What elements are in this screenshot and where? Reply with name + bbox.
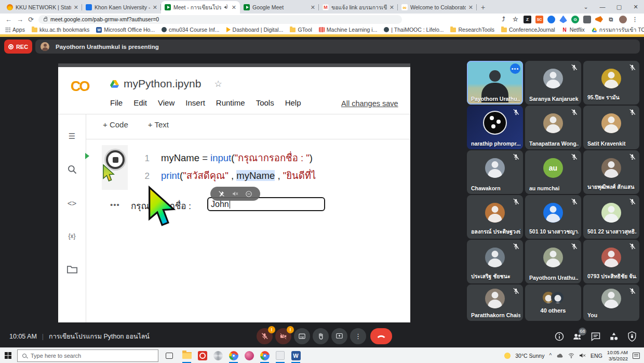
info-icon[interactable]	[554, 331, 565, 342]
participant-tile[interactable]: อลงกรณ์ ประดิษฐวงษ์	[467, 195, 523, 239]
extension-sc-icon[interactable]: SC	[535, 16, 543, 23]
tab-colab[interactable]: ∞ Welcome to Colaboratory - Colab ✕	[398, 1, 477, 14]
volume-muted-icon[interactable]	[579, 353, 586, 358]
bookmark-item[interactable]: kku.ac.th bookmarks	[32, 27, 89, 33]
chrome-icon[interactable]	[228, 350, 239, 361]
participant-tile[interactable]: ••• Payothorn Urathu...	[467, 61, 523, 105]
spiral-app-icon[interactable]	[212, 350, 223, 361]
participant-tile[interactable]: narathip phrompr...	[467, 106, 523, 149]
profile-avatar[interactable]	[619, 16, 627, 23]
chat-icon[interactable]	[591, 331, 601, 342]
people-button[interactable]: 68	[572, 331, 583, 342]
grammarly-icon[interactable]: G	[571, 16, 579, 23]
leave-call-button[interactable]	[370, 328, 392, 344]
bookmark-item[interactable]: Machine Learning i...	[319, 27, 377, 33]
tab-audio-icon[interactable]	[224, 5, 229, 10]
tab-gmail[interactable]: M ขอแจ้ง link อบรมการเขียนโปรแกรม P ✕	[319, 1, 398, 14]
close-icon[interactable]: ✕	[153, 4, 157, 11]
onedrive-icon[interactable]	[556, 353, 564, 358]
start-button[interactable]	[0, 348, 16, 363]
tab-kku-network[interactable]: KKU NETWORK | Status ✕	[3, 1, 82, 14]
taskbar-search-input[interactable]: Type here to search	[17, 349, 158, 362]
menu-help[interactable]: Help	[285, 98, 301, 107]
participant-tile[interactable]: 501 22 นางสาวสุทธิ...	[583, 195, 639, 239]
chrome-meeting-icon[interactable]	[259, 350, 270, 361]
task-view-button[interactable]	[166, 353, 173, 359]
back-button[interactable]: ←	[5, 16, 12, 23]
code-editor[interactable]: 1myName = input("กรุณากรอกชื่อ : ") 2pri…	[128, 145, 410, 190]
bookmark-item[interactable]: cmu034 Course Inf...	[162, 27, 219, 33]
participant-tile[interactable]: Chawakorn	[467, 150, 523, 194]
megaphone-extension-icon[interactable]	[595, 16, 603, 23]
bookmark-item[interactable]: NNetflix	[562, 27, 585, 33]
extension-diamond-icon[interactable]	[559, 16, 567, 23]
tile-menu-button[interactable]: •••	[510, 63, 520, 74]
reload-button[interactable]: ⟳	[28, 16, 34, 23]
extensions-puzzle-icon[interactable]: ⧉	[607, 16, 615, 23]
tab-calendar[interactable]: Khon Kaen University - Calenda ✕	[82, 1, 161, 14]
table-of-contents-icon[interactable]: ☰	[67, 131, 77, 141]
participant-tile[interactable]: Paratthakorn Chais...	[467, 284, 523, 321]
remove-from-view-icon[interactable]	[245, 190, 252, 198]
new-tab-button[interactable]: +	[477, 1, 489, 14]
bookmark-item[interactable]: ConferenceJournal	[501, 27, 555, 33]
participant-tile[interactable]: Payothorn Urathu...	[525, 240, 581, 283]
raise-hand-button[interactable]	[313, 328, 329, 344]
menu-tools[interactable]: Tools	[256, 98, 274, 107]
url-bar[interactable]: meet.google.com/pab-grmw-xmf?authuser=0	[38, 15, 402, 24]
pin-off-icon[interactable]	[218, 190, 225, 197]
bookmark-item[interactable]: | ThaiMOOC : Lifelo...	[384, 27, 444, 33]
close-icon[interactable]: ✕	[311, 4, 315, 11]
menu-view[interactable]: View	[158, 98, 175, 107]
host-controls-icon[interactable]	[627, 331, 637, 342]
bookmark-item[interactable]: ResearchTools	[450, 27, 494, 33]
self-tile[interactable]: You	[583, 284, 639, 321]
files-icon[interactable]	[67, 264, 77, 275]
close-icon[interactable]: ✕	[232, 4, 236, 11]
pdf-reader-icon[interactable]	[197, 350, 208, 361]
bookmark-item[interactable]: กรรมการรับเข้า TCAS...	[592, 25, 644, 34]
participant-tile[interactable]: 95.ปิยะ รามัน	[583, 61, 639, 105]
star-icon[interactable]: ☆	[214, 79, 222, 89]
language-indicator[interactable]: ENG	[591, 353, 602, 359]
participant-tile[interactable]: 501 10 นางสาวชญา...	[525, 195, 581, 239]
menu-file[interactable]: File	[110, 98, 123, 107]
word-icon[interactable]: W	[290, 350, 301, 361]
menu-edit[interactable]: Edit	[133, 98, 147, 107]
menu-insert[interactable]: Insert	[185, 98, 205, 107]
camera-off-button[interactable]: !	[275, 328, 291, 344]
close-icon[interactable]: ✕	[468, 4, 473, 11]
overflow-participants-tile[interactable]: 40 others	[525, 284, 581, 321]
action-center-icon[interactable]	[633, 353, 640, 359]
close-icon[interactable]: ✕	[74, 4, 78, 11]
participant-tile[interactable]: นายพุฒิพงศ์ สักแสน	[583, 150, 639, 194]
participant-tile[interactable]: Satit Kravenkit	[583, 106, 639, 149]
extension-o-icon[interactable]	[547, 16, 555, 23]
browser-menu-icon[interactable]: ⋮	[631, 16, 639, 23]
participant-tile[interactable]: au au numchai	[525, 150, 581, 194]
close-window-button[interactable]: ✕	[627, 4, 644, 10]
participant-tile[interactable]: ประเสริฐ ชัยชนะ	[467, 240, 523, 283]
bookmark-item[interactable]: WMicrosoft Office Ho...	[96, 27, 155, 33]
search-icon[interactable]	[67, 164, 77, 175]
minimize-button[interactable]: —	[594, 4, 611, 10]
save-status[interactable]: All changes save	[341, 99, 398, 108]
tab-google-meet[interactable]: Google Meet ✕	[240, 1, 319, 14]
code-cell[interactable]: 1myName = input("กรุณากรอกชื่อ : ") 2pri…	[102, 145, 410, 190]
bookmark-star-icon[interactable]: ☆	[512, 16, 519, 23]
show-hidden-icons-chevron[interactable]: ^	[549, 353, 552, 358]
bookmark-item[interactable]: Dashboard | Digital...	[226, 27, 284, 33]
share-icon[interactable]: ⤴	[500, 16, 507, 23]
maximize-button[interactable]: ▢	[611, 4, 627, 10]
more-options-button[interactable]: ⋮	[350, 328, 366, 344]
activities-icon[interactable]	[609, 331, 619, 342]
output-options-icon[interactable]: •••	[110, 200, 120, 209]
present-screen-button[interactable]	[331, 328, 347, 344]
bookmark-item[interactable]: GTool	[290, 27, 312, 33]
tab-search-chevron-icon[interactable]: ⌄	[578, 4, 594, 10]
mic-off-button[interactable]: !	[257, 328, 273, 344]
volume-off-icon[interactable]	[232, 190, 238, 197]
participant-tile[interactable]: Saranya Kanjaruek	[525, 61, 581, 105]
screenshot-extension-icon[interactable]	[583, 16, 591, 23]
file-explorer-icon[interactable]	[181, 350, 192, 361]
